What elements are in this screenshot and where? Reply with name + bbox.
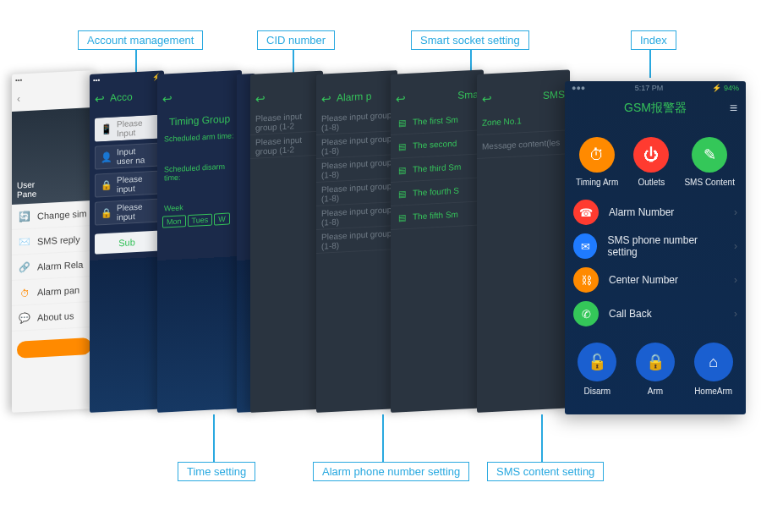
- message-input[interactable]: Message content(les: [477, 130, 570, 159]
- phone-index: ●●● 5:17 PM ⚡ 94% GSM报警器 ≡ ⏱ Timing Arm …: [565, 81, 746, 414]
- group-input[interactable]: Please input group (1-2: [250, 131, 323, 159]
- item-label: Alarm Number: [609, 206, 674, 218]
- arm-label: Disarm: [583, 387, 610, 396]
- socket-label: The first Sm: [413, 115, 458, 127]
- quick-action[interactable]: ⏱ Timing Arm: [576, 137, 618, 187]
- text-input[interactable]: 🔒 Please input: [95, 199, 159, 226]
- placeholder: Input user na: [117, 145, 153, 166]
- item-icon: ⛓: [573, 267, 599, 293]
- arm-label: Arm: [648, 387, 663, 396]
- action-label: Outlets: [638, 178, 665, 187]
- label-index: Index: [631, 30, 676, 50]
- arm-icon: 🔓: [578, 343, 616, 381]
- arm-icon: ⌂: [694, 343, 733, 381]
- phone-socket: ↩ Sma ▤ The first Sm ▤ The second ▤ The …: [391, 69, 484, 413]
- item-icon: 💬: [19, 312, 30, 324]
- back-icon[interactable]: ↩: [482, 91, 492, 106]
- action-label: Timing Arm: [576, 178, 618, 187]
- socket-icon: ▤: [396, 140, 408, 152]
- group-input[interactable]: Please input group (1-8): [316, 226, 397, 254]
- back-icon[interactable]: ↩: [396, 91, 406, 106]
- input-icon: 🔒: [101, 179, 112, 191]
- input-icon: 🔒: [101, 207, 112, 219]
- back-icon[interactable]: ↩: [95, 91, 105, 106]
- item-icon: 🔗: [19, 261, 30, 273]
- leader-line: [382, 414, 384, 462]
- label-account-management: Account management: [78, 30, 203, 50]
- quick-action[interactable]: ✎ SMS Content: [684, 137, 734, 187]
- back-icon[interactable]: ↩: [321, 91, 331, 106]
- chevron-right-icon: ›: [734, 308, 737, 320]
- menu-item[interactable]: ☎ Alarm Number ›: [573, 195, 737, 229]
- action-icon: ✎: [692, 137, 727, 173]
- clock: 5:17 PM: [635, 84, 664, 92]
- page-title: Acco: [110, 90, 133, 103]
- text-input[interactable]: 👤 Input user na: [95, 143, 159, 170]
- label-alarm-phone: Alarm phone number setting: [313, 462, 469, 481]
- quick-action[interactable]: ⏻ Outlets: [633, 137, 669, 187]
- page-title: Sma: [457, 89, 479, 101]
- weekday-toggle[interactable]: Mon: [162, 215, 186, 228]
- phone-sms: ↩ SMS Zone No.1 Message content(les: [477, 69, 570, 413]
- socket-icon: ▤: [396, 163, 408, 176]
- signal-dots: ●●●: [572, 84, 585, 92]
- placeholder: Please input: [117, 173, 153, 194]
- action-pill[interactable]: [17, 337, 91, 359]
- menu-item[interactable]: ✉ SMS phone number setting ›: [573, 229, 737, 263]
- socket-icon: ▤: [396, 116, 408, 129]
- socket-label: The second: [413, 139, 457, 151]
- item-label: Call Back: [609, 308, 652, 320]
- item-icon: ✉️: [19, 236, 30, 248]
- input-icon: 👤: [101, 151, 112, 163]
- menu-item[interactable]: ✆ Call Back ›: [573, 297, 737, 331]
- label-sms-content: SMS content setting: [487, 462, 604, 481]
- text-input[interactable]: 📱 Please Input: [95, 115, 159, 142]
- item-label: Alarm Rela: [37, 259, 83, 271]
- chevron-right-icon: ›: [734, 274, 737, 286]
- hamburger-icon[interactable]: ≡: [730, 101, 737, 116]
- back-icon[interactable]: ↩: [162, 91, 172, 106]
- arm-action[interactable]: 🔓 Disarm: [578, 343, 616, 396]
- user-panel[interactable]: User Pane: [12, 107, 96, 205]
- label-cid-number: CID number: [257, 30, 335, 50]
- back-icon[interactable]: ↩: [255, 91, 266, 106]
- item-label: Alarm pan: [37, 284, 79, 297]
- item-label: Center Number: [609, 274, 678, 286]
- action-label: SMS Content: [684, 178, 734, 187]
- label-smart-socket: Smart socket setting: [411, 30, 529, 50]
- back-icon[interactable]: ‹: [17, 92, 20, 104]
- phone-timing: ↩ Timing Group Scheduled arm time: Sched…: [157, 70, 242, 413]
- input-icon: 📱: [101, 123, 112, 135]
- placeholder: Please input: [117, 201, 153, 222]
- arm-action[interactable]: 🔒 Arm: [636, 343, 675, 396]
- socket-item[interactable]: ▤ The fifth Sm: [391, 201, 484, 230]
- label-time-setting: Time setting: [178, 462, 255, 481]
- submit-button[interactable]: Sub: [95, 231, 159, 255]
- status-bar: ●●● 5:17 PM ⚡ 94%: [565, 81, 746, 95]
- leader-line: [649, 49, 651, 78]
- arm-label: HomeArm: [694, 387, 732, 396]
- socket-icon: ▤: [396, 211, 408, 223]
- socket-icon: ▤: [396, 187, 408, 200]
- weekday-toggle[interactable]: W: [214, 213, 230, 226]
- app-title: GSM报警器: [624, 101, 687, 116]
- settings-item[interactable]: 💬 About us: [12, 302, 96, 332]
- page-title: SMS: [543, 89, 565, 101]
- socket-label: The fourth S: [413, 186, 459, 198]
- text-input[interactable]: 🔒 Please input: [95, 171, 159, 198]
- item-label: Change sim: [37, 208, 87, 221]
- action-icon: ⏱: [579, 137, 615, 173]
- menu-item[interactable]: ⛓ Center Number ›: [573, 263, 737, 297]
- weekday-toggle[interactable]: Tues: [188, 214, 213, 228]
- item-label: SMS phone number setting: [607, 234, 724, 258]
- phone-account: •••⚡ ↩ Acco 📱 Please Input 👤 Input user …: [90, 70, 164, 413]
- page-title: Alarm p: [337, 90, 371, 104]
- leader-line: [213, 414, 215, 462]
- group-input[interactable]: Please input group (1-2: [250, 107, 323, 135]
- socket-label: The fifth Sm: [413, 210, 458, 222]
- socket-label: The third Sm: [413, 162, 461, 174]
- item-icon: ✉: [573, 233, 597, 259]
- item-icon: ✆: [573, 301, 599, 326]
- header: ↩: [250, 82, 323, 112]
- arm-action[interactable]: ⌂ HomeArm: [694, 343, 733, 396]
